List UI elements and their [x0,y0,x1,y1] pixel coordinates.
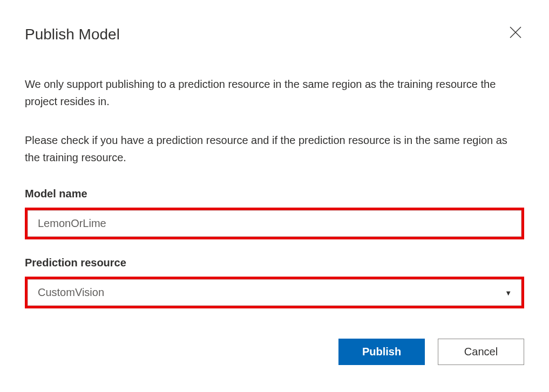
dialog-title: Publish Model [25,26,120,43]
button-row: Publish Cancel [25,339,524,365]
prediction-resource-highlight: CustomVision ▼ [25,277,524,308]
close-icon [509,25,522,42]
description-text-2: Please check if you have a prediction re… [25,132,524,166]
model-name-input[interactable] [28,210,521,237]
prediction-resource-label: Prediction resource [25,257,524,269]
close-button[interactable] [507,26,524,42]
model-name-highlight [25,208,524,239]
cancel-button[interactable]: Cancel [438,339,524,365]
prediction-resource-select[interactable]: CustomVision [28,279,521,306]
model-name-group: Model name [25,188,524,239]
description-text-1: We only support publishing to a predicti… [25,75,524,110]
prediction-resource-select-wrapper: CustomVision ▼ [28,279,521,306]
prediction-resource-group: Prediction resource CustomVision ▼ [25,257,524,308]
publish-button[interactable]: Publish [338,339,425,365]
model-name-label: Model name [25,188,524,200]
